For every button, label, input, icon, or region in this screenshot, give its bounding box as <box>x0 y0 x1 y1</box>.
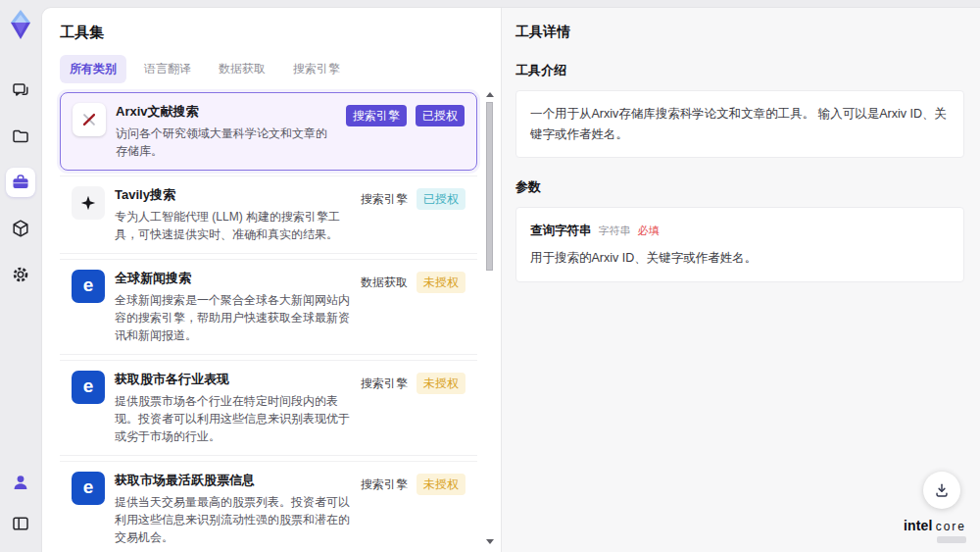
finance-service-logo-icon: e <box>72 371 105 404</box>
tool-tags: 搜索引擎 未授权 <box>361 371 466 445</box>
tool-name: Arxiv文献搜索 <box>116 103 336 121</box>
logo-letter: e <box>83 275 94 296</box>
tab-language-translation[interactable]: 语言翻译 <box>134 55 201 83</box>
tool-info: Tavily搜索 专为人工智能代理 (LLM) 构建的搜索引擎工具，可快速提供实… <box>115 186 351 243</box>
sidebar-item-collapse[interactable] <box>6 509 35 538</box>
arxiv-logo-icon <box>73 103 106 136</box>
category-label: 搜索引擎 <box>361 188 408 210</box>
auth-status-badge: 未授权 <box>416 272 466 293</box>
tool-description: 提供当天交易量最高的股票列表。投资者可以利用这些信息来识别流动性强的股票和潜在的… <box>115 493 351 546</box>
logo-letter: e <box>83 376 94 397</box>
chat-icon <box>11 80 30 100</box>
intel-core-wordmark: intelcore <box>904 518 966 533</box>
tool-tags: 数据获取 未授权 <box>361 270 466 344</box>
intro-heading: 工具介绍 <box>515 62 964 79</box>
scroll-down-arrow-icon[interactable] <box>486 539 494 544</box>
tool-card-global-news[interactable]: e 全球新闻搜索 全球新闻搜索是一个聚合全球各大新闻网站内容的搜索引擎，帮助用户… <box>60 259 477 355</box>
tavily-star-icon <box>72 186 105 220</box>
folder-icon <box>11 126 30 146</box>
tool-list: Arxiv文献搜索 访问各个研究领域大量科学论文和文章的存储库。 搜索引擎 已授… <box>60 92 477 552</box>
scrollbar-thumb[interactable] <box>486 102 493 271</box>
tool-card-arxiv[interactable]: Arxiv文献搜索 访问各个研究领域大量科学论文和文章的存储库。 搜索引擎 已授… <box>60 92 477 171</box>
parameter-header: 查询字符串字符串必填 <box>530 221 950 241</box>
news-service-logo-icon: e <box>72 270 105 303</box>
sidebar-bottom <box>6 468 35 538</box>
auth-status-badge: 未授权 <box>416 474 466 495</box>
sidebar-item-chat[interactable] <box>6 75 35 105</box>
tool-intro-text: 一个用于从Arxiv存储库搜索科学论文和文章的工具。 输入可以是Arxiv ID… <box>530 107 947 141</box>
category-tabs: 所有类别 语言翻译 数据获取 搜索引擎 <box>60 55 477 83</box>
gear-icon <box>11 265 30 284</box>
user-icon <box>11 473 30 492</box>
toolbox-icon <box>11 173 30 192</box>
sidebar-item-packages[interactable] <box>6 214 35 243</box>
tool-description: 专为人工智能代理 (LLM) 构建的搜索引擎工具，可快速提供实时、准确和真实的结… <box>115 208 351 243</box>
page-title: 工具集 <box>60 24 477 42</box>
tool-tags: 搜索引擎 已授权 <box>346 103 465 160</box>
category-label: 数据获取 <box>361 272 408 293</box>
intel-brand-text: intel <box>904 518 933 533</box>
download-button[interactable] <box>923 472 960 509</box>
panel-toggle-icon <box>11 514 30 533</box>
auth-status-badge: 未授权 <box>416 373 466 394</box>
tool-intro-card: 一个用于从Arxiv存储库搜索科学论文和文章的工具。 输入可以是Arxiv ID… <box>515 90 964 158</box>
tool-description: 提供股票市场各个行业在特定时间段内的表现。投资者可以利用这些信息来识别表现优于或… <box>115 392 351 445</box>
sidebar-item-settings[interactable] <box>6 260 35 289</box>
parameter-name: 查询字符串 <box>530 224 592 237</box>
tool-name: Tavily搜索 <box>115 186 351 204</box>
tool-details-panel: 工具详情 工具介绍 一个用于从Arxiv存储库搜索科学论文和文章的工具。 输入可… <box>501 8 980 552</box>
main-content: 工具集 所有类别 语言翻译 数据获取 搜索引擎 Arxiv文献搜索 访问各个研究… <box>41 7 980 552</box>
parameter-type: 字符串 <box>599 225 631 236</box>
category-label: 搜索引擎 <box>361 373 408 394</box>
tool-info: 获取股市各行业表现 提供股票市场各个行业在特定时间段内的表现。投资者可以利用这些… <box>115 371 351 445</box>
sidebar-item-account[interactable] <box>6 468 35 497</box>
parameter-card: 查询字符串字符串必填 用于搜索的Arxiv ID、关键字或作者姓名。 <box>515 207 964 281</box>
tools-panel: 工具集 所有类别 语言翻译 数据获取 搜索引擎 Arxiv文献搜索 访问各个研究… <box>42 8 501 552</box>
tool-info: Arxiv文献搜索 访问各个研究领域大量科学论文和文章的存储库。 <box>116 103 336 160</box>
tool-tags: 搜索引擎 未授权 <box>361 472 466 546</box>
category-badge: 搜索引擎 <box>346 105 407 126</box>
auth-status-badge: 已授权 <box>416 105 465 126</box>
tool-description: 访问各个研究领域大量科学论文和文章的存储库。 <box>116 125 336 160</box>
category-label: 搜索引擎 <box>361 474 408 495</box>
tool-name: 全球新闻搜索 <box>115 270 351 287</box>
app-logo[interactable] <box>6 9 35 40</box>
params-heading: 参数 <box>515 178 964 196</box>
sidebar-nav <box>6 75 35 289</box>
tool-card-sector-performance[interactable]: e 获取股市各行业表现 提供股票市场各个行业在特定时间段内的表现。投资者可以利用… <box>60 360 477 456</box>
sidebar-item-tools[interactable] <box>6 168 35 197</box>
logo-letter: e <box>83 477 94 498</box>
sidebar-rail <box>0 0 41 552</box>
tool-list-scrollbar[interactable] <box>485 92 495 544</box>
tool-info: 获取市场最活跃股票信息 提供当天交易量最高的股票列表。投资者可以利用这些信息来识… <box>115 472 351 546</box>
tool-description: 全球新闻搜索是一个聚合全球各大新闻网站内容的搜索引擎，帮助用户快速获取全球最新资… <box>115 291 351 344</box>
tool-tags: 搜索引擎 已授权 <box>361 186 466 243</box>
download-icon <box>933 481 951 499</box>
tab-search-engine[interactable]: 搜索引擎 <box>283 55 350 83</box>
sidebar-item-files[interactable] <box>6 122 35 151</box>
tab-all-categories[interactable]: 所有类别 <box>60 55 126 83</box>
intel-badge-sub-bar <box>937 536 966 543</box>
tool-card-tavily[interactable]: Tavily搜索 专为人工智能代理 (LLM) 构建的搜索引擎工具，可快速提供实… <box>60 176 477 254</box>
auth-status-badge: 已授权 <box>416 188 466 210</box>
finance-service-logo-icon: e <box>72 472 105 505</box>
details-title: 工具详情 <box>515 24 964 41</box>
parameter-required-label: 必填 <box>638 225 660 236</box>
core-brand-text: core <box>936 520 966 533</box>
tool-name: 获取股市各行业表现 <box>115 371 351 388</box>
intel-core-logo: intelcore <box>904 518 966 543</box>
parameter-description: 用于搜索的Arxiv ID、关键字或作者姓名。 <box>530 248 950 269</box>
tab-data-acquisition[interactable]: 数据获取 <box>209 55 275 83</box>
tool-card-most-active-stocks[interactable]: e 获取市场最活跃股票信息 提供当天交易量最高的股票列表。投资者可以利用这些信息… <box>60 461 477 552</box>
tool-info: 全球新闻搜索 全球新闻搜索是一个聚合全球各大新闻网站内容的搜索引擎，帮助用户快速… <box>115 270 351 344</box>
package-cube-icon <box>11 219 30 238</box>
scroll-up-arrow-icon[interactable] <box>486 92 494 97</box>
tool-name: 获取市场最活跃股票信息 <box>115 472 351 489</box>
